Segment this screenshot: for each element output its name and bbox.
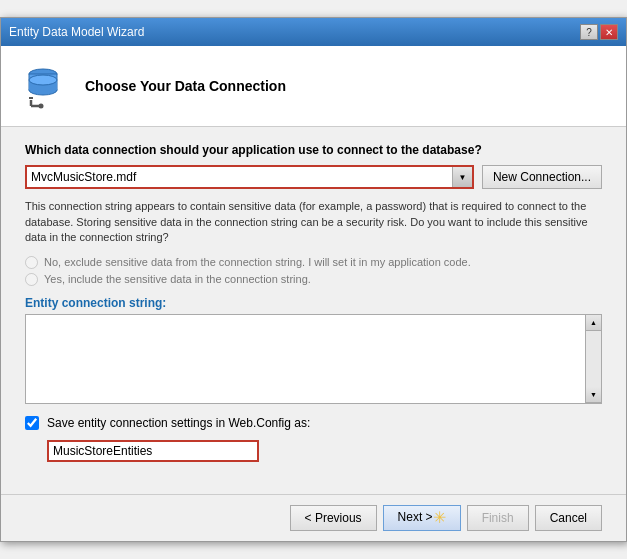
save-row: Save entity connection settings in Web.C… bbox=[25, 416, 602, 430]
entity-connection-label: Entity connection string: bbox=[25, 296, 602, 310]
main-window: Entity Data Model Wizard ? ✕ Choose Your bbox=[0, 17, 627, 541]
radio-item-no: No, exclude sensitive data from the conn… bbox=[25, 256, 602, 269]
sparkle-icon: ✳ bbox=[433, 508, 446, 527]
vertical-scrollbar[interactable]: ▲ ▼ bbox=[585, 315, 601, 403]
radio-group: No, exclude sensitive data from the conn… bbox=[25, 256, 602, 286]
save-label: Save entity connection settings in Web.C… bbox=[47, 416, 310, 430]
scroll-track[interactable] bbox=[586, 331, 601, 387]
entities-input[interactable] bbox=[53, 444, 253, 458]
title-bar: Entity Data Model Wizard ? ✕ bbox=[1, 18, 626, 46]
radio-yes[interactable] bbox=[25, 273, 38, 286]
help-button[interactable]: ? bbox=[580, 24, 598, 40]
next-button[interactable]: Next >✳ bbox=[383, 505, 461, 531]
content-area: Which data connection should your applic… bbox=[1, 127, 626, 493]
radio-item-yes: Yes, include the sensitive data in the c… bbox=[25, 273, 602, 286]
header-title: Choose Your Data Connection bbox=[85, 78, 286, 94]
save-checkbox[interactable] bbox=[25, 416, 39, 430]
header-section: Choose Your Data Connection bbox=[1, 46, 626, 127]
question-label: Which data connection should your applic… bbox=[25, 143, 602, 157]
new-connection-button[interactable]: New Connection... bbox=[482, 165, 602, 189]
entities-input-wrapper[interactable] bbox=[47, 440, 259, 462]
window-title: Entity Data Model Wizard bbox=[9, 25, 144, 39]
footer: < Previous Next >✳ Finish Cancel bbox=[1, 494, 626, 541]
connection-dropdown[interactable]: MvcMusicStore.mdf bbox=[27, 167, 472, 187]
scroll-up-button[interactable]: ▲ bbox=[586, 315, 601, 331]
close-button[interactable]: ✕ bbox=[600, 24, 618, 40]
connection-dropdown-wrapper[interactable]: MvcMusicStore.mdf ▼ bbox=[25, 165, 474, 189]
cancel-button[interactable]: Cancel bbox=[535, 505, 602, 531]
entity-textarea-wrapper: ▲ ▼ bbox=[25, 314, 602, 404]
scroll-down-button[interactable]: ▼ bbox=[586, 387, 601, 403]
connection-row: MvcMusicStore.mdf ▼ New Connection... bbox=[25, 165, 602, 189]
entity-textarea[interactable] bbox=[26, 315, 585, 403]
previous-button[interactable]: < Previous bbox=[290, 505, 377, 531]
radio-yes-label: Yes, include the sensitive data in the c… bbox=[44, 273, 311, 285]
title-bar-buttons: ? ✕ bbox=[580, 24, 618, 40]
radio-no[interactable] bbox=[25, 256, 38, 269]
radio-no-label: No, exclude sensitive data from the conn… bbox=[44, 256, 471, 268]
svg-point-7 bbox=[39, 104, 44, 109]
finish-button[interactable]: Finish bbox=[467, 505, 529, 531]
svg-point-4 bbox=[29, 75, 57, 85]
database-icon bbox=[21, 62, 69, 110]
info-text: This connection string appears to contai… bbox=[25, 199, 602, 245]
